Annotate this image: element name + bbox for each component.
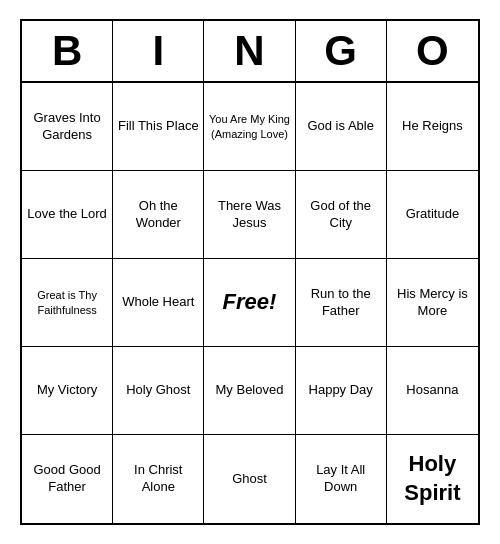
bingo-cell-21: In Christ Alone [113, 435, 204, 523]
bingo-grid: Graves Into GardensFill This PlaceYou Ar… [22, 83, 478, 523]
bingo-cell-6: Oh the Wonder [113, 171, 204, 259]
bingo-cell-11: Whole Heart [113, 259, 204, 347]
bingo-cell-1: Fill This Place [113, 83, 204, 171]
bingo-cell-12: Free! [204, 259, 295, 347]
header-letter-n: N [204, 21, 295, 81]
bingo-cell-23: Lay It All Down [296, 435, 387, 523]
bingo-cell-8: God of the City [296, 171, 387, 259]
header-letter-o: O [387, 21, 478, 81]
bingo-cell-14: His Mercy is More [387, 259, 478, 347]
bingo-cell-22: Ghost [204, 435, 295, 523]
bingo-cell-15: My Victory [22, 347, 113, 435]
header-letter-b: B [22, 21, 113, 81]
bingo-cell-19: Hosanna [387, 347, 478, 435]
bingo-cell-20: Good Good Father [22, 435, 113, 523]
bingo-cell-24: Holy Spirit [387, 435, 478, 523]
bingo-cell-18: Happy Day [296, 347, 387, 435]
header-letter-i: I [113, 21, 204, 81]
bingo-cell-10: Great is Thy Faithfulness [22, 259, 113, 347]
header-letter-g: G [296, 21, 387, 81]
bingo-cell-2: You Are My King (Amazing Love) [204, 83, 295, 171]
bingo-cell-7: There Was Jesus [204, 171, 295, 259]
bingo-card: BINGO Graves Into GardensFill This Place… [20, 19, 480, 525]
bingo-cell-5: Love the Lord [22, 171, 113, 259]
bingo-cell-13: Run to the Father [296, 259, 387, 347]
bingo-cell-16: Holy Ghost [113, 347, 204, 435]
bingo-cell-4: He Reigns [387, 83, 478, 171]
bingo-cell-17: My Beloved [204, 347, 295, 435]
bingo-cell-0: Graves Into Gardens [22, 83, 113, 171]
bingo-header: BINGO [22, 21, 478, 83]
bingo-cell-9: Gratitude [387, 171, 478, 259]
bingo-cell-3: God is Able [296, 83, 387, 171]
